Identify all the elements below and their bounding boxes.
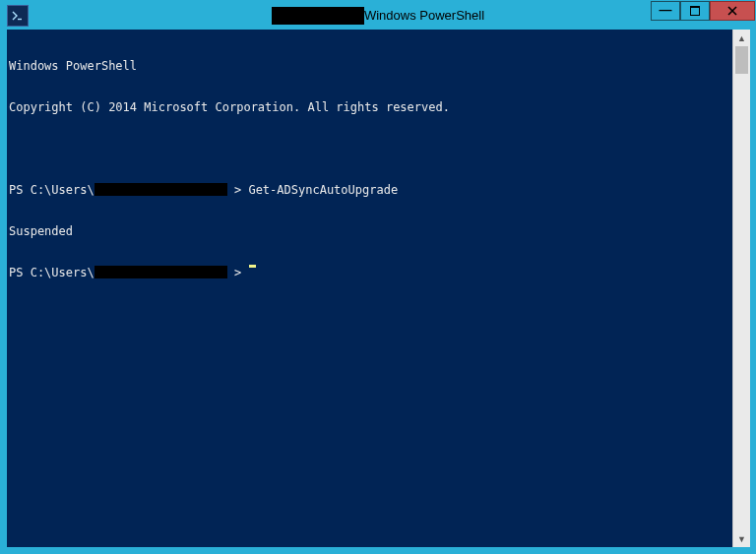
chevron-up-icon: ▲ [737,33,746,43]
titlebar[interactable]: Windows PowerShell — [1,1,755,30]
prompt-gt [227,183,234,197]
svg-rect-0 [11,10,25,22]
powershell-icon[interactable] [7,5,29,27]
maximize-button[interactable] [680,1,710,21]
title-redaction [272,7,364,25]
maximize-icon [690,6,700,16]
prompt-prefix: PS C:\Users\ [9,183,94,197]
banner-line: Windows PowerShell [9,59,137,73]
banner-line: Copyright (C) 2014 Microsoft Corporation… [9,100,450,114]
user-redaction [94,266,227,278]
prompt-gt: > [234,266,241,279]
close-button[interactable] [710,1,755,21]
scroll-down-button[interactable]: ▼ [733,530,750,547]
window-controls: — [651,1,755,21]
prompt-line: PS C:\Users\ > Get-ADSyncAutoUpgrade [9,183,732,197]
minimize-icon: — [660,3,672,16]
user-redaction [94,183,227,196]
console-output[interactable]: Windows PowerShell Copyright (C) 2014 Mi… [7,30,732,547]
chevron-down-icon: ▼ [737,534,746,544]
command-output: Suspended [9,224,73,238]
scroll-up-button[interactable]: ▲ [733,30,750,46]
vertical-scrollbar[interactable]: ▲ ▼ [732,30,749,547]
scroll-track[interactable] [733,46,750,530]
scroll-thumb[interactable] [735,46,748,74]
prompt-line-current: PS C:\Users\ > [9,266,732,279]
entered-command: Get-ADSyncAutoUpgrade [248,183,398,197]
cursor [249,265,256,268]
prompt-prefix: PS C:\Users\ [9,266,94,279]
client-area: Windows PowerShell Copyright (C) 2014 Mi… [7,30,749,547]
powershell-window: Windows PowerShell — Windows PowerShe [0,0,756,554]
minimize-button[interactable]: — [651,1,680,21]
close-icon [727,6,737,16]
window-title: Windows PowerShell [364,8,484,23]
